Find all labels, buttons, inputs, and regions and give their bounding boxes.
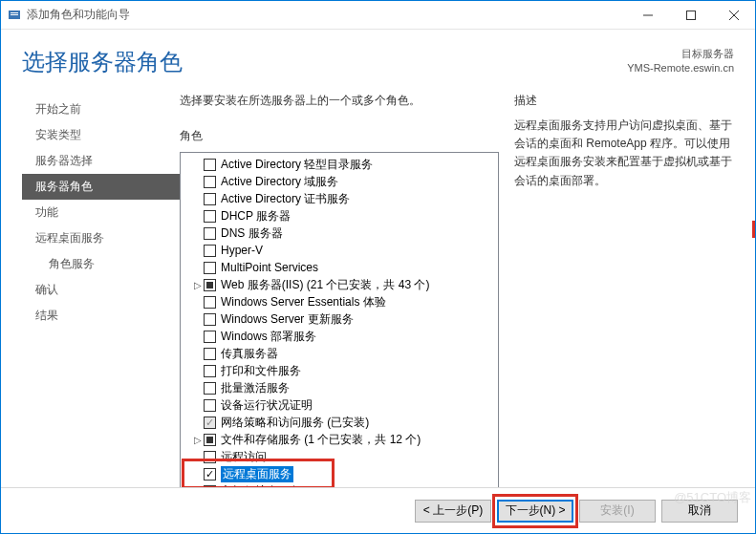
role-row[interactable]: 远程桌面服务 (183, 465, 498, 482)
role-label: Windows Server 更新服务 (221, 311, 354, 328)
role-label: 设备运行状况证明 (221, 397, 313, 414)
role-row[interactable]: ▷Web 服务器(IIS) (21 个已安装，共 43 个) (183, 276, 498, 293)
role-label: Active Directory 轻型目录服务 (221, 157, 373, 173)
role-row[interactable]: DHCP 服务器 (183, 207, 498, 224)
role-row[interactable]: Active Directory 轻型目录服务 (183, 156, 498, 173)
app-icon (7, 8, 22, 23)
wizard-window: 添加角色和功能向导 选择服务器角色 目标服务器 YMS-Remote.eswin… (0, 0, 756, 534)
role-checkbox[interactable] (204, 451, 216, 463)
expand-icon[interactable]: ▷ (192, 435, 204, 445)
svg-rect-1 (11, 12, 18, 13)
roles-title: 角色 (180, 128, 499, 144)
role-checkbox[interactable] (204, 210, 216, 223)
description-title: 描述 (514, 93, 734, 109)
description-panel: 描述 远程桌面服务支持用户访问虚拟桌面、基于会话的桌面和 RemoteApp 程… (514, 93, 734, 487)
maximize-button[interactable] (669, 1, 712, 29)
role-checkbox[interactable] (204, 193, 216, 205)
cancel-button[interactable]: 取消 (661, 500, 738, 523)
expand-icon[interactable]: ▷ (192, 280, 204, 290)
role-checkbox[interactable] (204, 159, 216, 171)
role-label: 打印和文件服务 (221, 363, 301, 379)
role-checkbox[interactable] (204, 279, 216, 291)
role-checkbox[interactable] (204, 331, 216, 343)
body: 开始之前安装类型服务器选择服务器角色功能远程桌面服务角色服务确认结果 选择要安装… (1, 77, 755, 487)
role-row[interactable]: 主机保护者服务 (183, 482, 498, 487)
role-row[interactable]: Windows 部署服务 (183, 328, 498, 345)
role-row[interactable]: 打印和文件服务 (183, 362, 498, 379)
nav-item-0[interactable]: 开始之前 (22, 96, 180, 122)
role-label: DNS 服务器 (221, 225, 283, 242)
role-row[interactable]: Windows Server Essentials 体验 (183, 293, 498, 310)
nav-sidebar: 开始之前安装类型服务器选择服务器角色功能远程桌面服务角色服务确认结果 (22, 93, 180, 487)
role-row[interactable]: 传真服务器 (183, 345, 498, 362)
role-checkbox[interactable] (204, 313, 216, 326)
role-label: Active Directory 证书服务 (221, 191, 350, 207)
role-checkbox[interactable] (204, 417, 216, 429)
role-label: 主机保护者服务 (221, 483, 301, 488)
role-checkbox[interactable] (204, 434, 216, 446)
dest-label: 目标服务器 (627, 47, 734, 61)
role-label: DHCP 服务器 (221, 208, 291, 224)
destination-server: 目标服务器 YMS-Remote.eswin.cn (627, 47, 734, 77)
role-row[interactable]: Hyper-V (183, 242, 498, 259)
role-label: Active Directory 域服务 (221, 174, 338, 190)
role-checkbox[interactable] (204, 262, 216, 274)
instruction-text: 选择要安装在所选服务器上的一个或多个角色。 (180, 93, 499, 109)
role-label: 远程访问 (221, 449, 267, 465)
annotation-edge (752, 221, 755, 238)
nav-item-7[interactable]: 确认 (22, 277, 180, 303)
nav-item-4[interactable]: 功能 (22, 200, 180, 225)
main-area: 选择要安装在所选服务器上的一个或多个角色。 角色 Active Director… (180, 93, 734, 487)
minimize-button[interactable] (626, 1, 669, 29)
role-row[interactable]: 设备运行状况证明 (183, 396, 498, 414)
close-button[interactable] (712, 1, 755, 29)
role-checkbox[interactable] (204, 245, 216, 257)
role-checkbox[interactable] (204, 485, 216, 488)
role-row[interactable]: Active Directory 证书服务 (183, 190, 498, 207)
svg-rect-2 (11, 14, 18, 15)
role-label: Hyper-V (221, 244, 263, 257)
nav-item-8[interactable]: 结果 (22, 303, 180, 329)
role-checkbox[interactable] (204, 382, 216, 395)
role-checkbox[interactable] (204, 348, 216, 360)
description-text: 远程桌面服务支持用户访问虚拟桌面、基于会话的桌面和 RemoteApp 程序。可… (514, 117, 734, 190)
nav-item-6[interactable]: 角色服务 (22, 251, 180, 277)
role-label: 网络策略和访问服务 (已安装) (221, 415, 369, 431)
role-label: 远程桌面服务 (221, 466, 293, 482)
nav-item-2[interactable]: 服务器选择 (22, 148, 180, 174)
role-label: 传真服务器 (221, 346, 278, 362)
next-button[interactable]: 下一步(N) > (497, 500, 573, 523)
roles-listbox[interactable]: Active Directory 轻型目录服务Active Directory … (180, 152, 499, 487)
role-row[interactable]: ▷文件和存储服务 (1 个已安装，共 12 个) (183, 431, 498, 448)
role-row[interactable]: Active Directory 域服务 (183, 173, 498, 190)
role-checkbox[interactable] (204, 365, 216, 377)
role-row[interactable]: Windows Server 更新服务 (183, 310, 498, 328)
role-checkbox[interactable] (204, 227, 216, 240)
role-checkbox[interactable] (204, 468, 216, 481)
svg-rect-4 (686, 11, 695, 19)
role-label: 文件和存储服务 (1 个已安装，共 12 个) (221, 432, 421, 448)
role-label: Windows 部署服务 (221, 329, 316, 345)
role-row[interactable]: MultiPoint Services (183, 259, 498, 276)
role-row[interactable]: 网络策略和访问服务 (已安装) (183, 414, 498, 431)
role-row[interactable]: 远程访问 (183, 448, 498, 465)
role-row[interactable]: 批量激活服务 (183, 379, 498, 396)
role-label: Windows Server Essentials 体验 (221, 294, 386, 310)
role-label: 批量激活服务 (221, 380, 290, 396)
role-checkbox[interactable] (204, 296, 216, 309)
footer: < 上一步(P) 下一步(N) > 安装(I) 取消 (1, 487, 755, 533)
role-row[interactable]: DNS 服务器 (183, 224, 498, 242)
titlebar: 添加角色和功能向导 (1, 1, 755, 30)
install-button: 安装(I) (579, 500, 656, 523)
role-checkbox[interactable] (204, 399, 216, 412)
roles-panel: 选择要安装在所选服务器上的一个或多个角色。 角色 Active Director… (180, 93, 514, 487)
nav-item-3[interactable]: 服务器角色 (22, 174, 180, 200)
nav-item-1[interactable]: 安装类型 (22, 122, 180, 148)
role-checkbox[interactable] (204, 176, 216, 188)
dest-server-name: YMS-Remote.eswin.cn (627, 61, 734, 75)
nav-item-5[interactable]: 远程桌面服务 (22, 225, 180, 251)
prev-button[interactable]: < 上一步(P) (415, 500, 491, 523)
role-label: Web 服务器(IIS) (21 个已安装，共 43 个) (221, 277, 429, 293)
window-title: 添加角色和功能向导 (27, 7, 626, 23)
page-title: 选择服务器角色 (22, 47, 627, 77)
